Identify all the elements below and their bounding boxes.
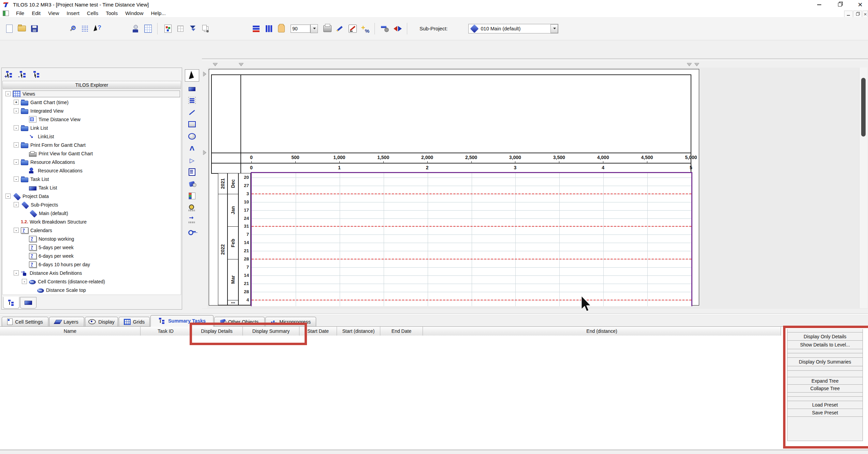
menu-item[interactable]: Edit: [28, 10, 44, 17]
tree-item[interactable]: + Gantt Chart (time): [3, 98, 181, 107]
header-cell-main[interactable]: [240, 74, 691, 153]
toolbar-button[interactable]: [334, 24, 346, 34]
toolbar-button[interactable]: [276, 24, 287, 34]
month-column[interactable]: DecJanFebMar⋮: [227, 173, 238, 305]
child-minimize-icon[interactable]: [844, 11, 853, 18]
toolbar-button[interactable]: [250, 24, 262, 34]
tree-item[interactable]: - Resource Allocations: [3, 158, 181, 166]
tree-item[interactable]: - Task List: [3, 175, 181, 183]
ruler-marker-icon[interactable]: [687, 63, 692, 66]
summary-action-button[interactable]: Save Preset: [787, 409, 863, 417]
summary-action-button[interactable]: Show Details to Level...: [787, 341, 863, 349]
drawing-tool-button[interactable]: [185, 167, 199, 177]
drawing-tool-button[interactable]: [185, 131, 199, 141]
toolbar-button[interactable]: [212, 24, 224, 34]
tree-expander[interactable]: -: [14, 108, 19, 113]
tree-item[interactable]: LinkList: [3, 132, 181, 141]
tree-expander[interactable]: -: [14, 142, 19, 147]
restore-icon[interactable]: [835, 1, 844, 8]
view-canvas[interactable]: 05001,0001,5002,0002,5003,0003,5004,0004…: [209, 69, 699, 306]
toolbar-button[interactable]: [29, 24, 40, 34]
bottom-tab[interactable]: Display: [85, 317, 118, 326]
toolbar-button[interactable]: [263, 24, 275, 34]
toolbar-button[interactable]: [347, 24, 358, 34]
menu-item[interactable]: Window: [121, 10, 147, 17]
toolbar-button[interactable]: [16, 24, 28, 34]
summary-action-button[interactable]: Collapse Tree: [787, 385, 863, 393]
bottom-tab[interactable]: Grids: [119, 317, 150, 326]
toolbar-button[interactable]: [238, 24, 249, 34]
sub-project-dropdown[interactable]: 010 Main (default): [468, 24, 558, 33]
tree-item[interactable]: - Link List: [3, 124, 181, 132]
summary-action-button[interactable]: Display Only Details: [787, 332, 863, 341]
summary-action-button[interactable]: Expand Tree: [787, 377, 863, 385]
toolbar-button[interactable]: [3, 24, 15, 34]
expand-tree-icon[interactable]: +: [5, 70, 14, 79]
tree-expander[interactable]: -: [14, 202, 19, 207]
toolbar-button[interactable]: [392, 24, 403, 34]
tree-expander[interactable]: +: [14, 100, 19, 105]
scrollbar-thumb[interactable]: [861, 78, 866, 137]
table-column-header[interactable]: Start (distance): [337, 327, 380, 336]
summary-action-button[interactable]: Display Only Summaries: [787, 358, 863, 366]
toolbar-button[interactable]: [162, 24, 174, 34]
tree-item[interactable]: Time Distance View: [3, 115, 181, 124]
drawing-tool-button[interactable]: [185, 143, 199, 153]
ruler-marker-icon[interactable]: [203, 150, 206, 155]
tree-item[interactable]: - Sub-Projects: [3, 200, 181, 209]
year-column[interactable]: 20212022: [218, 173, 227, 305]
tree-expander[interactable]: -: [22, 279, 27, 284]
tree-item[interactable]: - Views: [3, 89, 181, 98]
tree-expander[interactable]: -: [14, 125, 19, 130]
toolbar-button[interactable]: [379, 24, 391, 34]
toolbar-button[interactable]: [142, 24, 154, 34]
drawing-tool-button[interactable]: [185, 227, 199, 237]
vertical-scrollbar[interactable]: [859, 68, 868, 308]
tree-item[interactable]: Resource Allocations: [3, 166, 181, 175]
summary-action-button[interactable]: Load Preset: [787, 401, 863, 409]
tree-item[interactable]: - Integrated View: [3, 107, 181, 115]
toolbar-button[interactable]: [104, 24, 116, 34]
drawing-tool-button[interactable]: [185, 215, 199, 225]
drawing-tool-button[interactable]: [185, 95, 199, 105]
menu-item[interactable]: Tools: [102, 10, 121, 17]
collapse-tree-icon[interactable]: -: [19, 70, 28, 79]
toolbar-button[interactable]: [41, 24, 53, 34]
tree-item[interactable]: - Cell Contents (distance-related): [3, 277, 181, 286]
child-close-icon[interactable]: ✕: [863, 11, 868, 18]
tree-item[interactable]: 6-days per week: [3, 252, 181, 260]
toolbar-button[interactable]: [67, 24, 78, 34]
bottom-tab[interactable]: Cell Settings: [2, 317, 48, 326]
zoom-dropdown-button[interactable]: [310, 24, 318, 33]
toolbar-button[interactable]: [92, 24, 103, 34]
menu-item[interactable]: File: [12, 10, 28, 17]
sub-project-dropdown-button[interactable]: [550, 24, 558, 33]
menu-item[interactable]: Help...: [147, 10, 170, 17]
tree-expander[interactable]: -: [14, 176, 19, 182]
toolbar-button[interactable]: [175, 24, 186, 34]
week-column[interactable]: 2027310172431714212871421284: [238, 173, 251, 305]
toolbar-button[interactable]: [225, 24, 237, 34]
table-column-header[interactable]: Name: [0, 327, 141, 336]
toolbar-button[interactable]: [79, 24, 91, 34]
ruler-marker-icon[interactable]: [239, 63, 244, 66]
toolbar-button[interactable]: [187, 24, 199, 34]
ruler-marker-icon[interactable]: [694, 63, 699, 66]
toolbar-button[interactable]: [200, 24, 211, 34]
menu-item[interactable]: Insert: [63, 10, 83, 17]
bottom-tab[interactable]: Layers: [49, 317, 84, 326]
distance-scale-meters[interactable]: 05001,0001,5002,0002,5003,0003,5004,0004…: [240, 153, 691, 164]
drawing-tool-button[interactable]: [185, 155, 199, 165]
tree-item[interactable]: Nonstop working: [3, 235, 181, 243]
toolbar-button[interactable]: [359, 24, 371, 34]
tree-expander[interactable]: -: [14, 159, 19, 165]
drawing-tool-button[interactable]: [185, 191, 199, 201]
plot-area[interactable]: [251, 172, 692, 306]
toolbar-button[interactable]: [322, 24, 333, 34]
tree-expander[interactable]: -: [14, 270, 19, 275]
zoom-level-input[interactable]: 90: [291, 25, 310, 33]
drawing-tool-button[interactable]: [185, 83, 199, 94]
drawing-tool-button[interactable]: [185, 203, 199, 213]
table-column-header[interactable]: End Date: [380, 327, 423, 336]
header-cell-left[interactable]: [211, 74, 241, 153]
